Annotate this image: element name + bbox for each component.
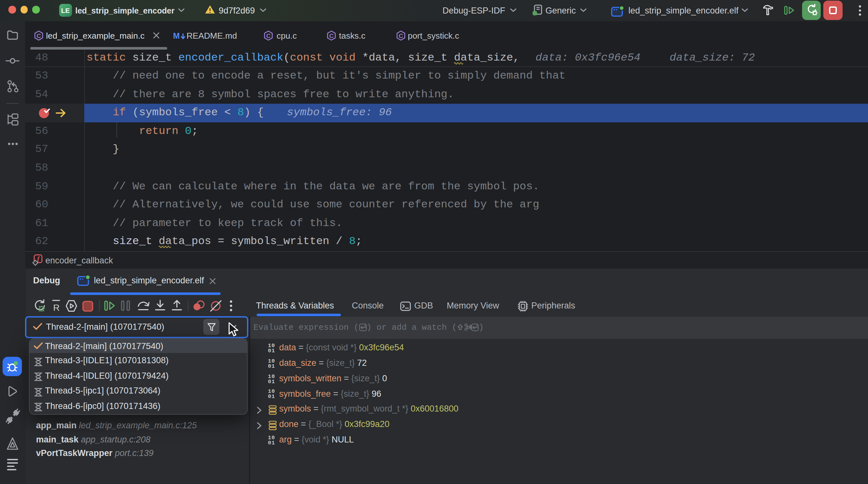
svg-text:C: C (266, 32, 271, 39)
svg-text:C: C (37, 32, 41, 39)
svg-text:C: C (329, 32, 334, 39)
svg-text:M: M (173, 31, 180, 40)
svg-text:C: C (399, 32, 403, 39)
svg-text:R: R (53, 303, 60, 313)
svg-text:f: f (37, 255, 40, 263)
